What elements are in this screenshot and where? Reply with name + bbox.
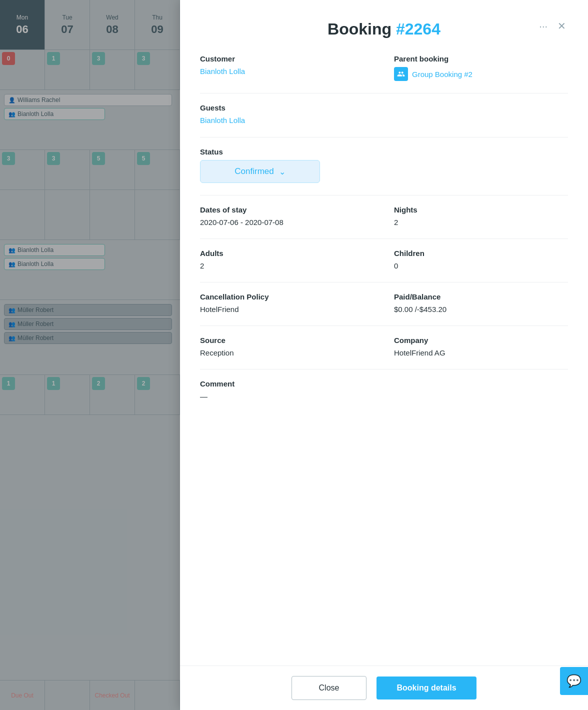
divider-3 bbox=[200, 195, 568, 196]
booking-title: Booking #2264 bbox=[200, 20, 568, 38]
customer-parent-row: Customer Bianloth Lolla Parent booking G… bbox=[200, 54, 568, 81]
divider-1 bbox=[200, 93, 568, 94]
status-label: Status bbox=[200, 148, 568, 156]
paid-balance-value: $0.00 /-$453.20 bbox=[394, 305, 568, 314]
cancellation-group: Cancellation Policy HotelFriend bbox=[200, 292, 374, 314]
parent-booking-link[interactable]: Group Booking #2 bbox=[394, 67, 568, 81]
cancellation-paid-row: Cancellation Policy HotelFriend Paid/Bal… bbox=[200, 292, 568, 314]
source-label: Source bbox=[200, 336, 374, 344]
dates-nights-row: Dates of stay 2020-07-06 - 2020-07-08 Ni… bbox=[200, 206, 568, 226]
divider-2 bbox=[200, 137, 568, 138]
booking-title-text: Booking bbox=[328, 20, 396, 38]
modal-footer: Close Booking details bbox=[180, 666, 588, 710]
nights-value: 2 bbox=[394, 218, 568, 226]
dates-label: Dates of stay bbox=[200, 206, 374, 214]
parent-booking-name: Group Booking #2 bbox=[412, 70, 472, 78]
customer-group: Customer Bianloth Lolla bbox=[200, 54, 374, 81]
children-group: Children 0 bbox=[394, 249, 568, 270]
children-label: Children bbox=[394, 249, 568, 258]
cancellation-label: Cancellation Policy bbox=[200, 292, 374, 301]
booking-modal: ··· ✕ Booking #2264 Customer Bianloth Lo… bbox=[180, 0, 588, 710]
adults-label: Adults bbox=[200, 249, 374, 258]
chat-fab-button[interactable]: 💬 bbox=[560, 667, 588, 695]
comment-label: Comment bbox=[200, 380, 568, 388]
comment-value: — bbox=[200, 392, 568, 400]
nights-label: Nights bbox=[394, 206, 568, 214]
status-value: Confirmed bbox=[234, 166, 274, 176]
parent-booking-group: Parent booking Group Booking #2 bbox=[394, 54, 568, 81]
guests-label: Guests bbox=[200, 104, 568, 112]
divider-4 bbox=[200, 238, 568, 239]
adults-children-row: Adults 2 Children 0 bbox=[200, 249, 568, 270]
more-options-button[interactable]: ··· bbox=[537, 18, 550, 34]
status-section: Status Confirmed ⌄ bbox=[200, 148, 568, 183]
guests-section: Guests Bianloth Lolla bbox=[200, 104, 568, 125]
company-value: HotelFriend AG bbox=[394, 348, 568, 357]
paid-balance-label: Paid/Balance bbox=[394, 292, 568, 301]
company-group: Company HotelFriend AG bbox=[394, 336, 568, 357]
status-dropdown[interactable]: Confirmed ⌄ bbox=[200, 160, 320, 183]
booking-number: #2264 bbox=[396, 20, 440, 38]
parent-booking-label: Parent booking bbox=[394, 54, 568, 63]
modal-title-section: Booking #2264 bbox=[180, 0, 588, 38]
divider-7 bbox=[200, 369, 568, 370]
comment-section: Comment — bbox=[200, 380, 568, 400]
source-value: Reception bbox=[200, 348, 374, 357]
booking-details-button[interactable]: Booking details bbox=[376, 676, 476, 700]
nights-group: Nights 2 bbox=[394, 206, 568, 226]
adults-group: Adults 2 bbox=[200, 249, 374, 270]
paid-balance-group: Paid/Balance $0.00 /-$453.20 bbox=[394, 292, 568, 314]
cancellation-value: HotelFriend bbox=[200, 305, 374, 314]
divider-6 bbox=[200, 326, 568, 326]
divider-5 bbox=[200, 282, 568, 282]
company-label: Company bbox=[394, 336, 568, 344]
modal-body: Customer Bianloth Lolla Parent booking G… bbox=[180, 38, 588, 666]
source-company-row: Source Reception Company HotelFriend AG bbox=[200, 336, 568, 357]
modal-close-button[interactable]: ✕ bbox=[556, 18, 568, 34]
customer-label: Customer bbox=[200, 54, 374, 63]
source-group: Source Reception bbox=[200, 336, 374, 357]
chat-icon: 💬 bbox=[566, 674, 582, 688]
adults-value: 2 bbox=[200, 262, 374, 270]
close-button[interactable]: Close bbox=[292, 676, 366, 700]
group-booking-icon bbox=[394, 67, 408, 81]
customer-link[interactable]: Bianloth Lolla bbox=[200, 67, 245, 76]
dates-value: 2020-07-06 - 2020-07-08 bbox=[200, 218, 374, 226]
children-value: 0 bbox=[394, 262, 568, 270]
dates-group: Dates of stay 2020-07-06 - 2020-07-08 bbox=[200, 206, 374, 226]
guest-link[interactable]: Bianloth Lolla bbox=[200, 116, 245, 124]
chevron-down-icon: ⌄ bbox=[279, 167, 286, 176]
modal-top-actions: ··· ✕ bbox=[537, 18, 568, 34]
